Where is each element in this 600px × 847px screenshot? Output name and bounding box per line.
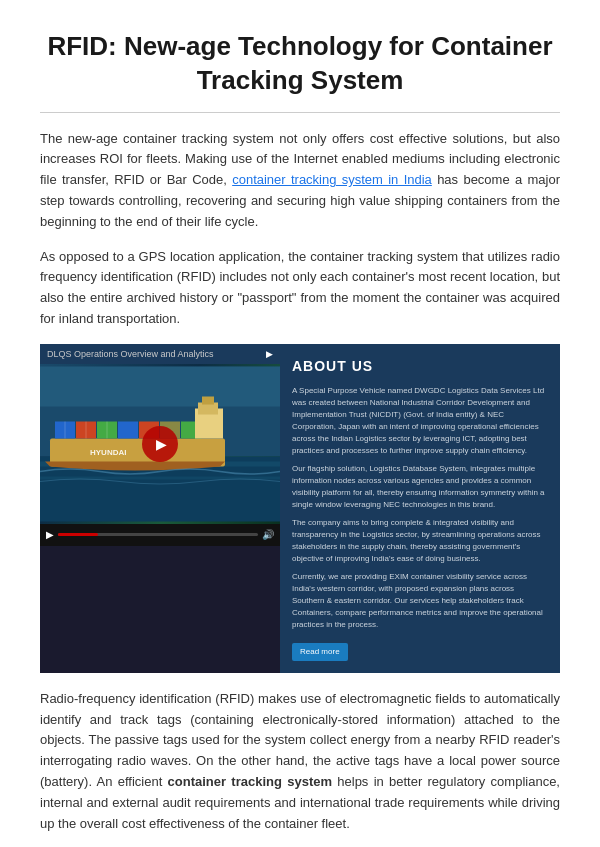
svg-rect-9 xyxy=(118,421,138,438)
progress-bar[interactable] xyxy=(58,533,258,536)
video-header: DLQS Operations Overview and Analytics ▶ xyxy=(40,344,280,364)
page-container: RFID: New-age Technology for Container T… xyxy=(0,0,600,847)
page-title: RFID: New-age Technology for Container T… xyxy=(40,30,560,98)
play-triangle-icon: ▶ xyxy=(156,436,167,452)
video-controls[interactable]: ▶ 🔊 xyxy=(40,524,280,546)
about-panel: ABOUT US A Special Purpose Vehicle named… xyxy=(280,344,560,673)
about-text-2: Our flagship solution, Logistics Databas… xyxy=(292,463,548,511)
read-more-button[interactable]: Read more xyxy=(292,643,348,661)
play-button[interactable]: ▶ xyxy=(46,529,54,540)
paragraph-1: The new-age container tracking system no… xyxy=(40,129,560,233)
paragraph-2: As opposed to a GPS location application… xyxy=(40,247,560,330)
container-tracking-link[interactable]: container tracking system in India xyxy=(232,172,432,187)
video-title-text: DLQS Operations Overview and Analytics xyxy=(47,349,214,359)
volume-icon[interactable]: 🔊 xyxy=(262,529,274,540)
video-play-overlay[interactable]: ▶ xyxy=(142,426,178,462)
progress-fill xyxy=(58,533,98,536)
paragraph-3: Radio-frequency identification (RFID) ma… xyxy=(40,689,560,835)
p3-bold-text: container tracking system xyxy=(168,774,332,789)
svg-rect-1 xyxy=(40,366,280,406)
title-divider xyxy=(40,112,560,113)
about-text-1: A Special Purpose Vehicle named DWGDC Lo… xyxy=(292,385,548,457)
video-panel: DLQS Operations Overview and Analytics ▶ xyxy=(40,344,280,673)
svg-text:HYUNDAI: HYUNDAI xyxy=(90,447,126,456)
media-section: DLQS Operations Overview and Analytics ▶ xyxy=(40,344,560,673)
video-thumbnail[interactable]: HYUNDAI ▶ xyxy=(40,364,280,524)
about-text-3: The company aims to bring complete & int… xyxy=(292,517,548,565)
about-text-4: Currently, we are providing EXIM contain… xyxy=(292,571,548,631)
video-header-icon: ▶ xyxy=(266,349,273,359)
about-title: ABOUT US xyxy=(292,356,548,377)
svg-rect-18 xyxy=(202,396,214,404)
